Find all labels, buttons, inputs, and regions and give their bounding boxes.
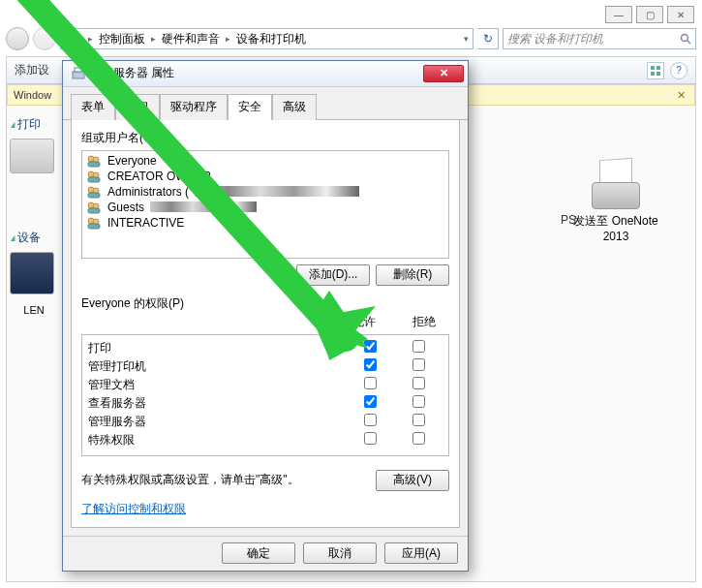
maximize-button[interactable]: ▢ (636, 6, 663, 23)
group-name: Administrators ( (107, 185, 189, 199)
deny-checkbox[interactable] (412, 340, 425, 353)
navigation-bar: ▸ 控制面板 ▸ 硬件和声音 ▸ 设备和打印机 ▾ ↻ 搜索 设备和打印机 (6, 25, 696, 52)
printer-icon (71, 66, 86, 81)
group-row[interactable]: Guests (84, 200, 446, 215)
special-note: 有关特殊权限或高级设置，请单击"高级"。 (81, 472, 376, 488)
svg-rect-15 (88, 177, 100, 182)
apply-button[interactable]: 应用(A) (384, 542, 458, 564)
svg-rect-4 (651, 66, 655, 70)
allow-checkbox[interactable] (364, 358, 377, 371)
svg-rect-0 (71, 35, 80, 42)
add-button[interactable]: 添加(D)... (296, 264, 370, 286)
breadcrumb-item[interactable]: 设备和打印机 (232, 31, 310, 47)
dialog-titlebar[interactable]: 打印服务器 属性 ✕ (63, 61, 468, 87)
permission-row: 查看服务器 (88, 394, 443, 413)
group-row[interactable]: CREATOR OWNER (84, 169, 446, 184)
tab-0[interactable]: 表单 (71, 94, 115, 120)
allow-checkbox[interactable] (364, 432, 377, 445)
dialog-footer: 确定 取消 应用(A) (63, 536, 468, 571)
users-icon (86, 216, 102, 230)
svg-rect-1 (73, 43, 78, 44)
device-label: LEN (10, 304, 58, 316)
cancel-button[interactable]: 取消 (303, 542, 377, 564)
svg-rect-6 (651, 72, 655, 76)
allow-checkbox[interactable] (364, 395, 377, 408)
permissions-list: 打印管理打印机管理文档查看服务器管理服务器特殊权限 (81, 334, 449, 456)
dialog-title: 打印服务器 属性 (90, 65, 174, 81)
content-left-strip: 打印 设备 LEN (10, 108, 58, 569)
chevron-right-icon: ▸ (226, 34, 230, 44)
search-icon (680, 33, 691, 45)
permission-name: 查看服务器 (88, 395, 346, 412)
search-placeholder: 搜索 设备和打印机 (507, 31, 603, 47)
svg-point-2 (682, 35, 688, 42)
category-printers[interactable]: 打印 (10, 116, 58, 133)
permission-row: 特殊权限 (88, 431, 443, 449)
chevron-down-icon[interactable]: ▾ (464, 34, 469, 44)
banner-text: Window (14, 89, 51, 101)
minimize-button[interactable]: — (605, 6, 632, 23)
svg-rect-12 (88, 162, 100, 167)
tab-1[interactable]: 端口 (115, 94, 160, 120)
help-button[interactable]: ? (670, 62, 687, 79)
group-row[interactable]: INTERACTIVE (84, 215, 446, 231)
view-options-button[interactable] (647, 62, 664, 79)
svg-line-3 (687, 41, 690, 44)
redacted-text (150, 201, 257, 212)
svg-rect-9 (75, 68, 82, 72)
allow-checkbox[interactable] (364, 377, 377, 389)
permission-row: 打印 (88, 339, 443, 357)
close-window-button[interactable]: ✕ (667, 6, 694, 23)
dialog-close-button[interactable]: ✕ (423, 65, 464, 82)
printer-item-onenote[interactable]: 发送至 OneNote 2013 (563, 159, 669, 243)
redacted-text (195, 186, 359, 197)
banner-close-button[interactable]: ✕ (673, 87, 688, 103)
tabs: 表单端口驱动程序安全高级 (63, 87, 468, 120)
users-icon (86, 185, 102, 199)
permission-name: 管理打印机 (88, 358, 346, 375)
device-thumb[interactable] (10, 252, 54, 294)
device-thumb[interactable] (10, 139, 54, 173)
permission-name: 打印 (88, 340, 346, 356)
permission-name: 管理服务器 (88, 414, 346, 430)
permission-row: 管理文档 (88, 376, 443, 394)
group-row[interactable]: Administrators ( (84, 184, 446, 200)
breadcrumb-item[interactable]: 控制面板 (95, 31, 149, 47)
allow-checkbox[interactable] (364, 414, 377, 426)
remove-button[interactable]: 删除(R) (376, 264, 449, 286)
deny-checkbox[interactable] (412, 377, 425, 389)
print-server-properties-dialog: 打印服务器 属性 ✕ 表单端口驱动程序安全高级 组或用户名(G): Everyo… (62, 60, 469, 572)
chevron-right-icon: ▸ (88, 34, 93, 44)
computer-icon (69, 32, 82, 46)
tab-2[interactable]: 驱动程序 (160, 94, 228, 120)
printer-label: 2013 (563, 230, 669, 243)
breadcrumb[interactable]: ▸ 控制面板 ▸ 硬件和声音 ▸ 设备和打印机 ▾ (60, 28, 473, 49)
groups-list[interactable]: EveryoneCREATOR OWNERAdministrators (Gue… (81, 150, 449, 259)
advanced-button[interactable]: 高级(V) (376, 470, 449, 491)
groups-label: 组或用户名(G): (81, 130, 449, 146)
forward-button[interactable] (33, 27, 56, 50)
permission-row: 管理打印机 (88, 357, 443, 376)
refresh-button[interactable]: ↻ (477, 28, 499, 49)
chevron-right-icon: ▸ (151, 34, 156, 44)
back-button[interactable] (6, 27, 29, 50)
ok-button[interactable]: 确定 (222, 542, 295, 564)
tab-4[interactable]: 高级 (272, 94, 317, 120)
group-row[interactable]: Everyone (84, 153, 446, 169)
deny-checkbox[interactable] (412, 395, 425, 408)
breadcrumb-item[interactable]: 硬件和声音 (158, 31, 224, 47)
security-tab-panel: 组或用户名(G): EveryoneCREATOR OWNERAdministr… (71, 120, 460, 528)
allow-checkbox[interactable] (364, 340, 377, 353)
tab-3[interactable]: 安全 (228, 94, 272, 120)
svg-rect-18 (88, 193, 100, 198)
access-control-link[interactable]: 了解访问控制和权限 (81, 501, 449, 517)
category-devices[interactable]: 设备 (10, 230, 58, 246)
add-device-button[interactable]: 添加设 (15, 62, 49, 78)
deny-checkbox[interactable] (412, 414, 425, 426)
permission-name: 特殊权限 (88, 432, 346, 449)
deny-checkbox[interactable] (412, 432, 425, 445)
search-input[interactable]: 搜索 设备和打印机 (503, 28, 696, 49)
svg-rect-21 (88, 208, 100, 213)
deny-header: 拒绝 (412, 314, 436, 330)
deny-checkbox[interactable] (412, 358, 425, 371)
